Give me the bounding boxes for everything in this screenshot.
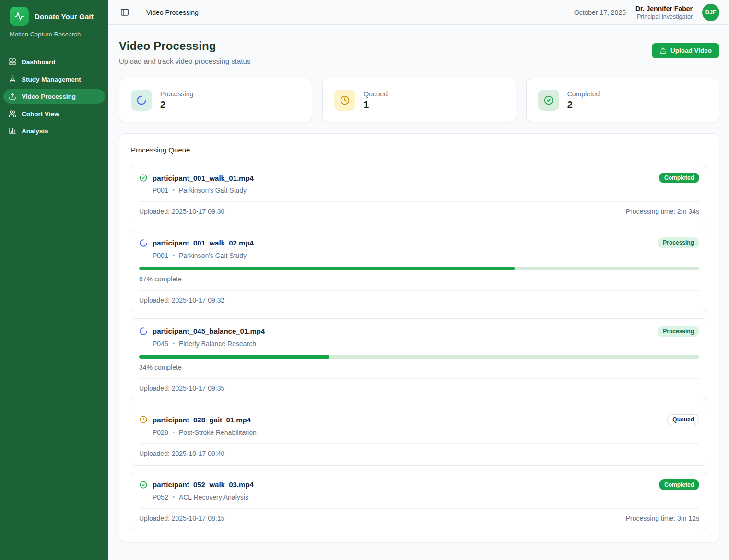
- study-name: Parkinson's Gait Study: [179, 252, 247, 259]
- uploaded-timestamp: Uploaded: 2025-10-17 08:15: [139, 514, 224, 522]
- check-circle-icon: [538, 90, 559, 111]
- users-icon: [9, 110, 16, 117]
- activity-icon: [14, 12, 24, 21]
- page-title: Video Processing: [119, 39, 250, 53]
- bullet-separator: •: [173, 252, 175, 259]
- study-name: ACL Recovery Analysis: [179, 493, 248, 501]
- upload-video-button[interactable]: Upload Video: [652, 43, 719, 58]
- spinner-icon: [139, 239, 148, 247]
- bar-chart-icon: [9, 127, 16, 135]
- stat-label: Queued: [364, 90, 388, 98]
- sidebar-nav: DashboardStudy ManagementVideo Processin…: [3, 55, 105, 138]
- upload-icon: [659, 47, 667, 54]
- sidebar-item-cohort-view[interactable]: Cohort View: [3, 106, 105, 121]
- topbar: Video Processing October 17, 2025 Dr. Je…: [108, 0, 729, 25]
- spinner-icon: [131, 90, 152, 111]
- study-name: Post-Stroke Rehabilitation: [179, 429, 257, 436]
- sidebar-item-analysis[interactable]: Analysis: [3, 124, 105, 138]
- date-label: October 17, 2025: [574, 9, 626, 16]
- sidebar-item-dashboard[interactable]: Dashboard: [3, 55, 105, 69]
- status-badge: Queued: [667, 414, 699, 425]
- dashboard-icon: [9, 58, 16, 66]
- check-circle-icon: [139, 480, 148, 489]
- queue-item: participant_001_walk_02.mp4ProcessingP00…: [131, 230, 707, 312]
- processing-queue-title: Processing Queue: [131, 146, 707, 154]
- progress-bar: 34% complete: [139, 355, 699, 371]
- queue-item: participant_052_walk_03.mp4CompletedP052…: [131, 472, 707, 530]
- stat-label: Processing: [160, 90, 193, 98]
- uploaded-timestamp: Uploaded: 2025-10-17 09:35: [139, 385, 224, 392]
- sidebar-item-label: Study Management: [22, 76, 81, 83]
- stat-value: 2: [567, 99, 600, 110]
- queue-item-filename: participant_028_gait_01.mp4: [153, 416, 251, 424]
- check-circle-icon: [139, 174, 148, 182]
- bullet-separator: •: [173, 187, 175, 194]
- breadcrumb: Video Processing: [146, 9, 199, 16]
- queue-item-filename: participant_001_walk_01.mp4: [153, 174, 254, 182]
- sidebar-item-label: Video Processing: [22, 93, 76, 100]
- upload-icon: [9, 93, 16, 100]
- status-badge: Completed: [659, 479, 699, 490]
- queue-item: participant_045_balance_01.mp4Processing…: [131, 318, 707, 400]
- progress-label: 67% complete: [139, 275, 699, 283]
- participant-id: P028: [153, 429, 168, 436]
- sidebar-item-label: Cohort View: [22, 110, 59, 117]
- progress-label: 34% complete: [139, 363, 699, 371]
- bullet-separator: •: [173, 429, 175, 436]
- user-role: Principal Investigator: [635, 13, 693, 20]
- participant-id: P001: [153, 187, 168, 194]
- participant-id: P052: [153, 493, 168, 501]
- status-badge: Processing: [658, 237, 699, 248]
- stat-cards: Processing2Queued1Completed2: [119, 78, 719, 122]
- processing-time: Processing time: 2m 34s: [626, 208, 699, 215]
- spinner-icon: [139, 327, 148, 336]
- queue-item: participant_001_walk_01.mp4CompletedP001…: [131, 165, 707, 223]
- panel-left-icon[interactable]: [120, 8, 129, 17]
- clock-icon: [139, 415, 148, 424]
- queue-item-filename: participant_001_walk_02.mp4: [153, 239, 254, 247]
- clock-icon: [334, 90, 355, 111]
- main-area: Video Processing October 17, 2025 Dr. Je…: [108, 0, 729, 560]
- sidebar-item-video-processing[interactable]: Video Processing: [3, 89, 105, 104]
- status-badge: Completed: [659, 173, 699, 183]
- page-content: Video Processing Upload and track video …: [108, 25, 729, 560]
- processing-queue-list: participant_001_walk_01.mp4CompletedP001…: [131, 165, 707, 530]
- processing-time: Processing time: 3m 12s: [626, 514, 699, 522]
- brand-name: Donate Your Gait: [35, 12, 94, 21]
- stat-card-queued: Queued1: [322, 78, 516, 122]
- stat-label: Completed: [567, 90, 600, 98]
- brand-subtitle: Motion Capture Research: [10, 31, 99, 38]
- page-subtitle: Upload and track video processing status: [119, 57, 250, 65]
- processing-queue-card: Processing Queue participant_001_walk_01…: [119, 133, 719, 542]
- status-badge: Processing: [658, 326, 699, 337]
- stat-value: 1: [364, 99, 388, 110]
- upload-video-button-label: Upload Video: [670, 47, 712, 54]
- participant-id: P045: [153, 340, 168, 348]
- stat-card-processing: Processing2: [119, 78, 312, 122]
- study-name: Parkinson's Gait Study: [179, 187, 247, 194]
- sidebar: Donate Your Gait Motion Capture Research…: [0, 0, 108, 560]
- queue-item: participant_028_gait_01.mp4QueuedP028•Po…: [131, 407, 707, 465]
- user-meta: Dr. Jennifer Faber Principal Investigato…: [635, 5, 693, 20]
- flask-icon: [9, 75, 16, 83]
- topbar-divider: [138, 0, 138, 24]
- sidebar-item-study-management[interactable]: Study Management: [3, 72, 105, 86]
- queue-item-filename: participant_052_walk_03.mp4: [153, 480, 254, 489]
- participant-id: P001: [153, 252, 168, 259]
- user-name: Dr. Jennifer Faber: [635, 5, 693, 12]
- stat-card-completed: Completed2: [526, 78, 719, 122]
- avatar[interactable]: DJF: [702, 4, 719, 21]
- stat-value: 2: [160, 99, 193, 110]
- progress-bar: 67% complete: [139, 267, 699, 283]
- sidebar-divider: [6, 46, 102, 46]
- uploaded-timestamp: Uploaded: 2025-10-17 09:32: [139, 296, 224, 304]
- bullet-separator: •: [173, 494, 175, 501]
- sidebar-item-label: Analysis: [22, 128, 48, 135]
- sidebar-item-label: Dashboard: [22, 58, 56, 66]
- uploaded-timestamp: Uploaded: 2025-10-17 09:30: [139, 208, 224, 215]
- queue-item-filename: participant_045_balance_01.mp4: [153, 327, 265, 335]
- uploaded-timestamp: Uploaded: 2025-10-17 09:40: [139, 450, 224, 457]
- app-logo: [10, 7, 29, 26]
- bullet-separator: •: [173, 340, 175, 347]
- brand: Donate Your Gait Motion Capture Research: [3, 7, 105, 38]
